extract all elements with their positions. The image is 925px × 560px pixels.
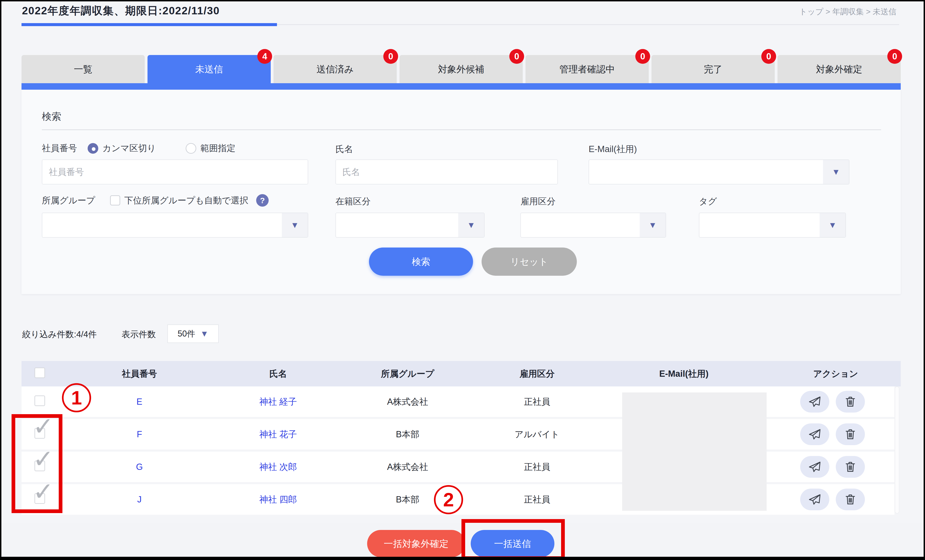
title-underline xyxy=(21,23,277,26)
send-button[interactable] xyxy=(800,423,829,445)
page-size-label: 表示件数 xyxy=(122,329,156,340)
send-button[interactable] xyxy=(800,489,829,510)
col-group: 所属グループ xyxy=(338,368,477,380)
employee-name-link[interactable]: 神社 四郎 xyxy=(259,495,297,504)
annotation-box-bulk-send xyxy=(461,519,565,560)
chevron-down-icon: ▼ xyxy=(832,167,840,177)
bulk-exclude-button[interactable]: 一括対象外確定 xyxy=(367,530,465,557)
search-panel: 検索 社員番号 カンマ区切り 範囲指定 氏名 E-Mail(社用) ▼ 所属グル… xyxy=(21,90,901,294)
group-cell: A株式会社 xyxy=(338,396,477,408)
tab-count-badge: 0 xyxy=(509,49,524,64)
search-divider xyxy=(42,129,881,130)
name-input[interactable] xyxy=(336,160,558,184)
tab-count-badge: 0 xyxy=(635,49,650,64)
chevron-down-icon: ▼ xyxy=(829,220,837,230)
group-select[interactable]: ▼ xyxy=(42,213,308,238)
tab-taishogai-koho[interactable]: 対象外候補 0 xyxy=(399,55,523,83)
status-tabs: 一覧 未送信 4 送信済み 0 対象外候補 0 管理者確認中 0 完了 0 対象… xyxy=(21,55,901,83)
trash-icon xyxy=(844,460,857,474)
active-tab-bar xyxy=(21,83,901,90)
employee-name-link[interactable]: 神社 経子 xyxy=(259,397,297,406)
select-all-checkbox[interactable] xyxy=(35,367,45,378)
email-redacted-block xyxy=(622,393,767,511)
tab-label: 管理者確認中 xyxy=(559,63,615,75)
tag-label: タグ xyxy=(699,196,717,207)
tab-soshinzumi[interactable]: 送信済み 0 xyxy=(274,55,397,83)
row-checkbox[interactable]: ✓ xyxy=(35,396,45,406)
tab-label: 完了 xyxy=(704,63,723,75)
tab-kanrisha-kakuninchu[interactable]: 管理者確認中 0 xyxy=(526,55,649,83)
filtered-count: 絞り込み件数:4/4件 xyxy=(22,329,96,340)
trash-icon xyxy=(844,395,857,408)
app-window: 2022年度年調収集、期限日:2022/11/30 トップ > 年調収集 > 未… xyxy=(0,0,925,560)
employee-no-link[interactable]: F xyxy=(137,429,142,439)
employee-no-link[interactable]: G xyxy=(136,462,143,472)
tab-count-badge: 0 xyxy=(383,49,398,64)
annotation-step-2: 2 xyxy=(434,485,463,514)
range-label: 範囲指定 xyxy=(200,142,236,154)
employee-name-link[interactable]: 神社 次郎 xyxy=(259,462,297,472)
annotation-box-checkboxes xyxy=(12,414,62,513)
tag-select[interactable]: ▼ xyxy=(699,213,846,238)
include-subgroups-label: 下位所属グループも自動で選択 xyxy=(124,194,248,206)
tab-count-badge: 0 xyxy=(887,49,902,64)
email-select[interactable]: ▼ xyxy=(589,160,850,184)
search-button[interactable]: 検索 xyxy=(369,247,473,276)
table-header: 社員番号 氏名 所属グループ 雇用区分 E-Mail(社用) アクション xyxy=(21,361,901,387)
group-cell: B本部 xyxy=(338,429,477,440)
name-label: 氏名 xyxy=(336,143,353,155)
paper-plane-icon xyxy=(808,460,821,474)
table-scrollbar[interactable] xyxy=(895,387,899,513)
delete-button[interactable] xyxy=(836,456,865,478)
employment-cell: アルバイト xyxy=(477,429,597,440)
page-title: 2022年度年調収集、期限日:2022/11/30 xyxy=(22,4,220,18)
tab-taishogai-kakutei[interactable]: 対象外確定 0 xyxy=(777,55,901,83)
send-button[interactable] xyxy=(800,456,829,478)
tab-count-badge: 0 xyxy=(761,49,776,64)
breadcrumb[interactable]: トップ > 年調収集 > 未送信 xyxy=(799,6,896,17)
tab-label: 一覧 xyxy=(74,63,92,75)
tab-ichiran[interactable]: 一覧 xyxy=(21,55,145,83)
employee-no-link[interactable]: J xyxy=(137,495,142,504)
reset-button[interactable]: リセット xyxy=(482,247,577,276)
employee-no-input[interactable] xyxy=(42,160,308,184)
employee-no-link[interactable]: E xyxy=(136,397,142,406)
col-employment: 雇用区分 xyxy=(477,368,597,380)
tab-misoshin[interactable]: 未送信 4 xyxy=(148,55,271,83)
col-email: E-Mail(社用) xyxy=(597,368,771,380)
tab-label: 送信済み xyxy=(316,63,354,75)
tab-label: 未送信 xyxy=(195,63,223,75)
include-subgroups-checkbox[interactable] xyxy=(110,195,120,205)
chevron-down-icon: ▼ xyxy=(648,220,657,230)
chevron-down-icon: ▼ xyxy=(291,220,299,230)
tab-label: 対象外確定 xyxy=(816,63,862,75)
range-radio[interactable] xyxy=(186,143,196,154)
employee-name-link[interactable]: 神社 花子 xyxy=(259,429,297,439)
page-size-value: 50件 xyxy=(178,328,195,340)
employment-cell: 正社員 xyxy=(477,494,597,506)
trash-icon xyxy=(844,493,857,506)
tab-kanryo[interactable]: 完了 0 xyxy=(651,55,775,83)
send-button[interactable] xyxy=(800,391,829,412)
help-icon[interactable]: ? xyxy=(256,194,269,206)
chevron-down-icon: ▼ xyxy=(467,220,475,230)
col-name: 氏名 xyxy=(218,368,338,380)
comma-separated-radio[interactable] xyxy=(87,143,98,154)
col-employee-no: 社員番号 xyxy=(61,368,218,380)
delete-button[interactable] xyxy=(836,489,865,510)
delete-button[interactable] xyxy=(836,423,865,445)
employment-cell: 正社員 xyxy=(477,461,597,473)
trash-icon xyxy=(844,428,857,441)
page-size-select[interactable]: 50件 ▼ xyxy=(167,325,219,343)
employment-cell: 正社員 xyxy=(477,396,597,408)
group-label: 所属グループ xyxy=(42,194,95,206)
employment-label: 雇用区分 xyxy=(520,196,556,207)
chevron-down-icon: ▼ xyxy=(200,329,208,339)
email-label: E-Mail(社用) xyxy=(589,143,637,155)
tab-label: 対象外候補 xyxy=(438,63,484,75)
employment-select[interactable]: ▼ xyxy=(520,213,666,238)
enrollment-select[interactable]: ▼ xyxy=(336,213,485,238)
delete-button[interactable] xyxy=(836,391,865,412)
employee-no-label: 社員番号 xyxy=(42,142,77,154)
paper-plane-icon xyxy=(808,493,821,506)
